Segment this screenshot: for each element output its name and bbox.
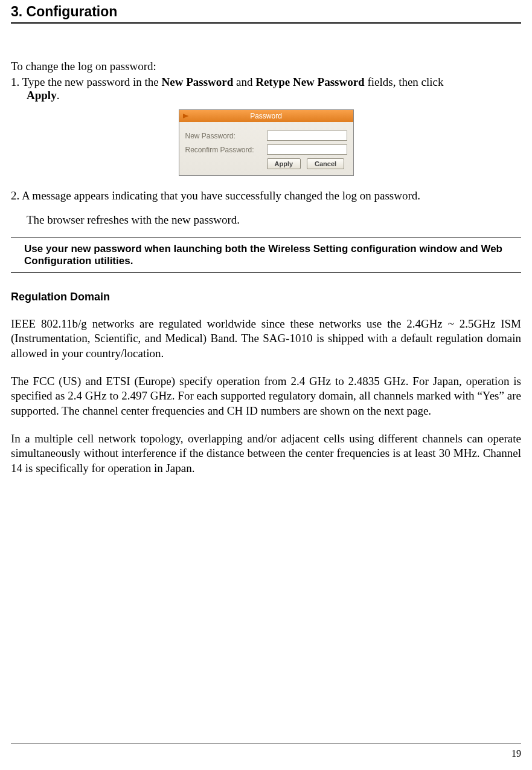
page-footer: 19 [11,743,521,759]
step1-bold-apply: Apply [27,89,57,102]
password-panel: Password New Password: Reconfirm Passwor… [179,109,354,176]
step1-mid1: and [233,76,255,88]
button-row: Apply Cancel [185,158,347,169]
input-new-password[interactable] [267,131,347,141]
step1-bold-retype: Retype New Password [255,76,364,88]
section-heading: Regulation Domain [11,291,521,303]
label-reconfirm-password: Reconfirm Password: [185,146,267,154]
intro-text: To change the log on password: [11,60,521,73]
row-new-password: New Password: [185,131,347,141]
input-reconfirm-password[interactable] [267,144,347,155]
label-new-password: New Password: [185,132,267,140]
step-2-follow: The browser refreshes with the new passw… [11,213,521,227]
page-number: 19 [511,748,521,759]
panel-title-bar: Password [179,110,353,122]
step1-prefix: 1. Type the new password in the [11,76,162,88]
paragraph-2: The FCC (US) and ETSI (Europe) specify o… [11,374,521,418]
row-reconfirm-password: Reconfirm Password: [185,144,347,155]
step-2: 2. A message appears indicating that you… [11,189,521,202]
note-box: Use your new password when launching bot… [11,238,521,273]
step1-suffix: . [57,89,60,102]
apply-button[interactable]: Apply [267,158,301,169]
page-title: 3. Configuration [11,4,521,20]
step-1: 1. Type the new password in the New Pass… [11,76,521,102]
step1-mid2: fields, then click [365,76,444,88]
panel-title: Password [250,112,282,120]
panel-body: New Password: Reconfirm Password: Apply … [179,122,353,175]
embedded-screenshot: Password New Password: Reconfirm Passwor… [11,109,521,176]
cancel-button[interactable]: Cancel [307,158,344,169]
paragraph-1: IEEE 802.11b/g networks are regulated wo… [11,317,521,361]
step1-bold-newpassword: New Password [162,76,234,88]
page-header: 3. Configuration [11,0,521,24]
paragraph-3: In a multiple cell network topology, ove… [11,432,521,476]
